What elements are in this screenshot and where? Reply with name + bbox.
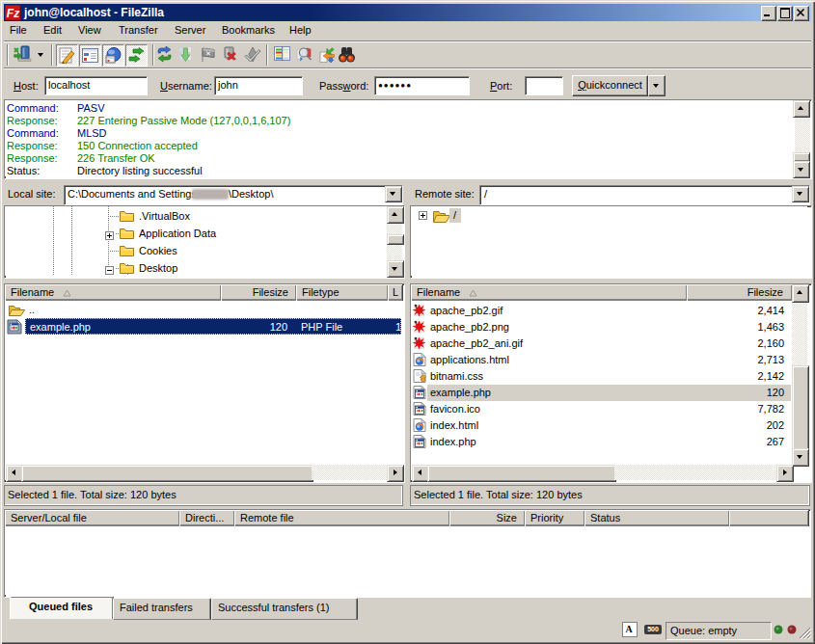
svg-text:Fz: Fz	[7, 7, 19, 20]
svg-text:A: A	[625, 624, 633, 634]
